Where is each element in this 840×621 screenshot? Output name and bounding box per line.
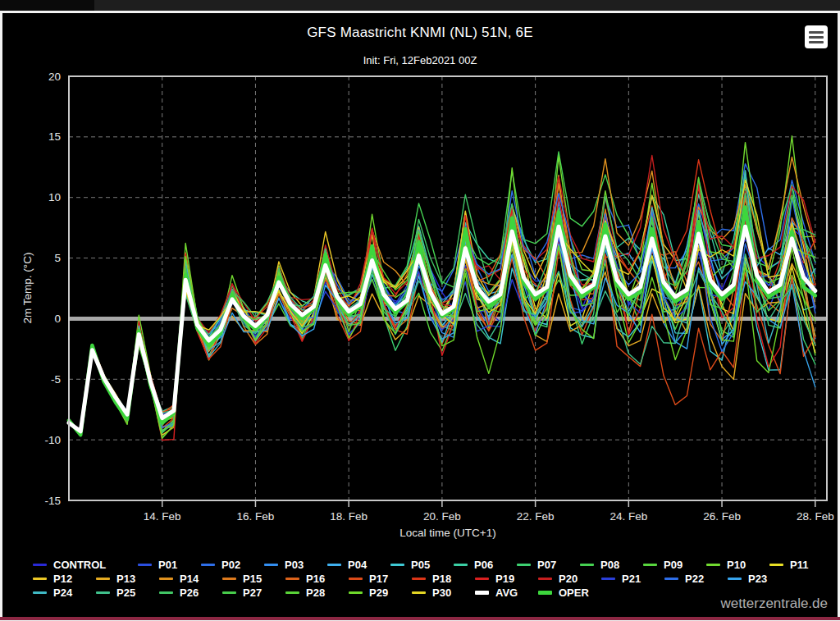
legend-swatch-p20 xyxy=(538,578,552,580)
legend-label: P17 xyxy=(369,573,388,584)
legend-label: P08 xyxy=(600,559,619,570)
legend-swatch-p30 xyxy=(412,591,426,594)
legend-item-p02: P02 xyxy=(201,559,264,570)
legend-swatch-p22 xyxy=(664,578,678,580)
legend-swatch-p07 xyxy=(517,564,531,566)
legend-swatch-p05 xyxy=(390,564,404,566)
y-tick-label: -15 xyxy=(44,495,61,507)
legend-swatch-oper xyxy=(538,591,552,595)
legend-swatch-p17 xyxy=(349,578,363,580)
legend-swatch-p18 xyxy=(412,578,426,580)
legend-row: CONTROLP01P02P03P04P05P06P07P08P09P10P11 xyxy=(33,558,837,572)
legend-swatch-p24 xyxy=(33,591,47,594)
legend-label: P22 xyxy=(685,573,704,584)
y-tick-label: 15 xyxy=(48,130,61,143)
legend-label: P29 xyxy=(369,587,388,598)
legend-item-p10: P10 xyxy=(706,559,769,570)
legend-label: P24 xyxy=(53,587,72,598)
legend-swatch-p10 xyxy=(706,564,720,566)
legend-item-p17: P17 xyxy=(349,573,412,584)
legend-swatch-p04 xyxy=(327,564,341,566)
y-tick-label: 5 xyxy=(54,252,61,264)
legend-item-p21: P21 xyxy=(601,573,664,584)
legend-item-p08: P08 xyxy=(580,559,643,570)
legend-item-p29: P29 xyxy=(349,587,412,598)
y-tick-label: 10 xyxy=(48,191,61,203)
legend-swatch-p25 xyxy=(96,591,110,594)
legend-swatch-p02 xyxy=(201,564,215,566)
legend-label: P10 xyxy=(727,559,746,570)
legend-item-control: CONTROL xyxy=(33,559,138,570)
x-tick-label: 26. Feb xyxy=(703,510,741,523)
legend-label: P03 xyxy=(285,559,304,570)
legend-swatch-avg xyxy=(475,591,489,595)
legend-item-avg: AVG xyxy=(475,587,538,598)
legend-label: P30 xyxy=(432,587,451,598)
legend-label: P26 xyxy=(180,587,199,598)
legend-item-p14: P14 xyxy=(159,573,222,584)
legend-item-p22: P22 xyxy=(664,573,728,584)
legend-swatch-p21 xyxy=(601,578,615,580)
x-tick-label: 28. Feb xyxy=(797,510,834,523)
legend-label: P01 xyxy=(158,559,177,570)
legend-item-oper: OPER xyxy=(538,587,601,598)
legend-row: P12P13P14P15P16P17P18P19P20P21P22P23 xyxy=(33,572,837,586)
legend-item-p27: P27 xyxy=(222,587,285,598)
legend-item-p24: P24 xyxy=(33,587,96,598)
legend-swatch-p08 xyxy=(580,564,594,566)
legend-label: P27 xyxy=(243,587,262,598)
legend-label: P15 xyxy=(243,573,262,584)
legend-label: P25 xyxy=(116,587,135,598)
legend: CONTROLP01P02P03P04P05P06P07P08P09P10P11… xyxy=(33,558,837,600)
legend-swatch-p27 xyxy=(222,591,236,594)
legend-item-p30: P30 xyxy=(412,587,475,598)
legend-label: P16 xyxy=(306,573,325,584)
browser-chrome-bar xyxy=(0,0,840,11)
legend-swatch-p14 xyxy=(159,578,173,580)
legend-item-p13: P13 xyxy=(96,573,159,584)
x-tick-label: 16. Feb xyxy=(237,510,275,523)
legend-label: P05 xyxy=(411,559,430,570)
y-tick-label: 20 xyxy=(48,71,61,83)
legend-item-p12: P12 xyxy=(33,573,96,584)
legend-item-p15: P15 xyxy=(222,573,285,584)
legend-item-p06: P06 xyxy=(454,559,517,570)
legend-label: OPER xyxy=(559,587,589,598)
legend-label: P04 xyxy=(348,559,367,570)
legend-item-p07: P07 xyxy=(517,559,580,570)
x-tick-label: 14. Feb xyxy=(144,510,181,523)
legend-item-p09: P09 xyxy=(643,559,706,570)
legend-label: CONTROL xyxy=(53,559,106,570)
legend-item-p20: P20 xyxy=(538,573,601,584)
legend-label: P23 xyxy=(748,573,767,584)
legend-item-p16: P16 xyxy=(285,573,349,584)
legend-label: P06 xyxy=(474,559,493,570)
y-tick-label: -10 xyxy=(44,434,61,446)
legend-label: P11 xyxy=(790,559,808,570)
legend-row: P24P25P26P27P28P29P30AVGOPER xyxy=(33,586,837,600)
x-axis-title: Local time (UTC+1) xyxy=(69,527,827,539)
legend-item-p03: P03 xyxy=(264,559,327,570)
legend-label: P21 xyxy=(622,573,641,584)
watermark: wetterzentrale.de xyxy=(721,596,828,612)
x-tick-label: 20. Feb xyxy=(423,510,461,523)
legend-label: P28 xyxy=(306,587,325,598)
legend-swatch-p06 xyxy=(454,564,468,566)
legend-swatch-p23 xyxy=(728,578,742,580)
legend-item-p05: P05 xyxy=(390,559,454,570)
legend-item-p18: P18 xyxy=(412,573,475,584)
y-tick-label: -5 xyxy=(51,373,61,386)
chart-panel: GFS Maastricht KNMI (NL) 51N, 6E Init: F… xyxy=(2,13,838,617)
screen: GFS Maastricht KNMI (NL) 51N, 6E Init: F… xyxy=(0,0,840,621)
legend-label: P20 xyxy=(559,573,578,584)
legend-swatch-p09 xyxy=(643,564,657,566)
legend-swatch-p13 xyxy=(96,578,110,580)
legend-label: P09 xyxy=(664,559,682,570)
legend-swatch-p19 xyxy=(475,578,489,580)
legend-item-p19: P19 xyxy=(475,573,538,584)
legend-swatch-p28 xyxy=(285,591,299,594)
legend-item-p04: P04 xyxy=(327,559,390,570)
legend-swatch-p03 xyxy=(264,564,278,566)
legend-swatch-p11 xyxy=(769,564,783,566)
x-tick-label: 18. Feb xyxy=(330,510,368,523)
